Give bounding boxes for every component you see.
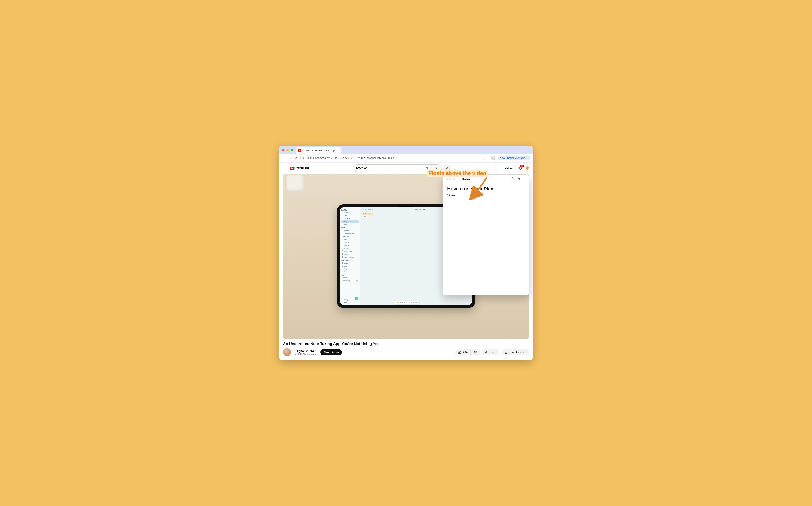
add-note-fab: +: [355, 297, 358, 300]
create-button[interactable]: ＋ Erstellen: [495, 165, 515, 171]
voice-search-button[interactable]: [444, 164, 451, 172]
svg-line-1: [436, 169, 437, 170]
notes-breadcrumb-label: Notes: [462, 177, 471, 181]
share-icon: [485, 351, 488, 354]
app-name: NotePlan: [341, 209, 359, 211]
like-button[interactable]: 204: [455, 349, 471, 355]
sidebar-filters: Filters›: [341, 215, 359, 217]
close-window-icon[interactable]: [282, 149, 285, 151]
search-icon: [434, 166, 438, 170]
forward-button[interactable]: →: [287, 156, 292, 160]
browser-window: (27) An Underrated Note… 🔊 ✕ + ⌄ ← → ⟳ ⚙…: [279, 146, 533, 360]
svg-point-0: [435, 167, 437, 169]
notes-body[interactable]: How to use NotePlan Video:: [443, 183, 529, 200]
sidebar-weekly: Weekly: [341, 224, 359, 226]
create-label: Erstellen: [502, 167, 513, 170]
sidebar-daily: Daily: [341, 221, 359, 223]
window-traffic-lights[interactable]: [281, 149, 295, 154]
notification-badge: 9+: [520, 165, 524, 167]
video-title: An Underrated Note-Taking App You're Not…: [283, 342, 529, 346]
address-bar[interactable]: ⚙ youtube.com/watch?v=xPB_25YbZJ4&t=677s…: [300, 155, 484, 161]
search-box: ✕: [353, 164, 442, 172]
download-button[interactable]: Herunterladen: [501, 349, 529, 355]
reload-button[interactable]: ⟳: [294, 156, 298, 160]
channel-subscribers: 177.000 Abonnenten: [293, 353, 317, 355]
new-tab-button[interactable]: +: [341, 147, 347, 153]
maximize-window-icon[interactable]: [290, 149, 293, 151]
youtube-header: ☰ ▶ Premium ✕ ＋ Erstellen: [279, 163, 533, 174]
sidebar-search: Search: [341, 212, 359, 214]
minimize-window-icon[interactable]: [286, 149, 289, 151]
tabs-overflow-icon[interactable]: ⌄: [529, 148, 531, 151]
chrome-update-label: New Chrome available: [500, 157, 525, 159]
note-title: How to use NotePlan: [447, 186, 525, 191]
hamburger-icon[interactable]: ☰: [283, 166, 286, 170]
tab-title: (27) An Underrated Note…: [302, 149, 331, 152]
clear-search-icon[interactable]: ✕: [424, 166, 430, 170]
back-button[interactable]: ←: [281, 156, 285, 160]
notes-breadcrumb[interactable]: Notes: [457, 177, 471, 181]
youtube-favicon-icon: [298, 149, 301, 152]
channel-info: KDigitalStudio ✔ 177.000 Abonnenten: [293, 349, 317, 355]
search-container: ✕: [313, 164, 491, 172]
youtube-logo[interactable]: ▶ Premium: [290, 166, 309, 170]
youtube-header-right: ＋ Erstellen 9+ ✱: [495, 165, 529, 171]
ipad-format-toolbar: ☰AH¶↺⋯⤡⊕⌨: [393, 301, 419, 304]
download-icon: [504, 351, 508, 354]
svg-rect-2: [447, 167, 448, 169]
verified-icon: ✔: [315, 349, 317, 352]
search-input[interactable]: [356, 166, 424, 170]
channel-name[interactable]: KDigitalStudio: [293, 349, 314, 353]
notes-share-icon[interactable]: [511, 177, 515, 181]
ipad-sidebar: NotePlan Search Filters› Calendar Notes …: [340, 207, 360, 305]
desk-prop: [287, 175, 303, 191]
dislike-button[interactable]: [471, 349, 480, 355]
download-label: Herunterladen: [509, 351, 526, 354]
folder-icon: [457, 177, 461, 181]
plus-icon: ＋: [498, 166, 500, 170]
channel-avatar[interactable]: [283, 348, 291, 356]
share-button[interactable]: Teilen: [482, 349, 499, 355]
notes-window-controls[interactable]: [446, 178, 455, 180]
search-button[interactable]: [430, 165, 442, 172]
note-content: Video:: [447, 194, 525, 197]
share-label: Teilen: [489, 351, 496, 354]
notes-format-icon[interactable]: A: [518, 177, 520, 181]
browser-tab[interactable]: (27) An Underrated Note… 🔊 ✕: [296, 147, 341, 154]
like-dislike-group: 204: [455, 349, 480, 355]
notes-floating-window[interactable]: Notes A ⋯ How to use NotePlan Video:: [443, 175, 530, 295]
tab-close-icon[interactable]: ✕: [337, 149, 339, 152]
like-count: 204: [463, 351, 468, 354]
youtube-play-icon: ▶: [290, 167, 294, 170]
thumbs-up-icon: [458, 351, 462, 354]
tab-strip: (27) An Underrated Note… 🔊 ✕ + ⌄: [279, 146, 533, 154]
microphone-icon: [446, 167, 449, 170]
chrome-update-chip[interactable]: New Chrome available ⋮: [497, 156, 531, 160]
thumbs-down-icon: [474, 351, 477, 354]
video-actions: 204 Teilen Herunterladen: [455, 349, 529, 355]
chrome-menu-icon[interactable]: ⋮: [526, 157, 529, 159]
browser-toolbar: ← → ⟳ ⚙ youtube.com/watch?v=xPB_25YbZJ4&…: [279, 154, 533, 163]
toolbar-right: ☰ New Chrome available ⋮: [486, 156, 531, 160]
notifications-button[interactable]: 9+: [518, 166, 523, 171]
tab-audio-icon[interactable]: 🔊: [333, 149, 336, 152]
subscribe-button[interactable]: Abonnieren: [320, 349, 341, 355]
site-settings-icon[interactable]: ⚙: [302, 157, 305, 159]
profile-avatar-icon[interactable]: [491, 156, 495, 160]
notes-more-icon[interactable]: ⋯: [524, 177, 527, 181]
notes-titlebar: Notes A ⋯: [443, 175, 529, 183]
url-text: youtube.com/watch?v=xPB_25YbZJ4&t=677s&a…: [307, 157, 482, 159]
youtube-logo-text: Premium: [294, 166, 309, 170]
account-avatar-icon[interactable]: ✱: [526, 166, 529, 171]
video-meta-row: KDigitalStudio ✔ 177.000 Abonnenten Abon…: [283, 348, 529, 356]
reader-icon[interactable]: ☰: [486, 156, 489, 160]
